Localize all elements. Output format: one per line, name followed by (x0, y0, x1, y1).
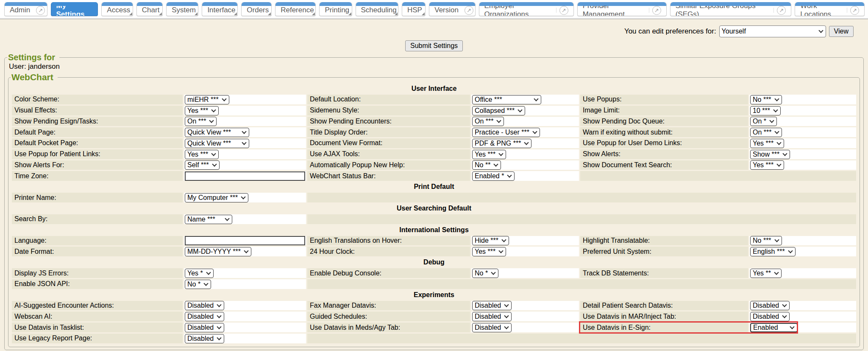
setting-select-document-view-format[interactable]: PDF & PNG *** (472, 139, 531, 148)
setting-select-show-document-text-search[interactable]: Yes *** (750, 160, 784, 170)
setting-select-image-limit[interactable]: 10 *** (750, 106, 781, 115)
setting-select-use-datavis-in-mar-inject-tab[interactable]: Disabled (750, 312, 790, 321)
setting-input-time-zone[interactable] (185, 171, 305, 181)
preferences-user-select[interactable]: Yourself (719, 25, 826, 37)
setting-select-use-datavis-in-e-sign[interactable]: Enabled (750, 323, 798, 332)
tab-reference[interactable]: Reference (275, 2, 316, 16)
tab-admin[interactable]: Admin↗ (4, 2, 47, 16)
tab-divider (556, 8, 556, 13)
tab-employer-organizations[interactable]: Employer Organizations↗ (479, 2, 574, 16)
setting-select-detail-patient-search-datavis[interactable]: Disabled (750, 301, 790, 310)
setting-select-enable-json-api[interactable]: No * (185, 280, 211, 289)
tab-access[interactable]: Access (101, 2, 133, 16)
select-value: Practice - User *** (475, 128, 529, 137)
setting-select-use-legacy-report-page[interactable]: Disabled (185, 334, 224, 343)
tab-system[interactable]: System (166, 2, 198, 16)
external-link-icon[interactable]: ↗ (36, 6, 45, 15)
setting-select-show-alerts-for[interactable]: Self *** (185, 160, 220, 170)
external-link-icon[interactable]: ↗ (465, 6, 473, 15)
setting-value-cell (184, 171, 306, 181)
preferences-label: You can edit preferences for: (624, 27, 716, 36)
select-value: Quick View *** (187, 139, 231, 148)
setting-select-use-ajax-tools[interactable]: Yes *** (472, 150, 506, 159)
tab-chart[interactable]: Chart (136, 2, 163, 16)
setting-select-sidemenu-style[interactable]: Collapsed *** (472, 106, 525, 115)
section-header: Experiments (12, 290, 856, 300)
submit-settings-button[interactable]: Submit Settings (405, 40, 463, 51)
setting-select-search-by[interactable]: Name *** (185, 215, 232, 224)
setting-select-track-db-statements[interactable]: Yes ** (750, 269, 782, 278)
setting-label: Highlight Translatable: (580, 236, 748, 246)
setting-label: Date Format: (12, 247, 183, 256)
setting-select-automatically-popup-new-help[interactable]: No ** (472, 160, 501, 170)
external-link-icon[interactable]: ↗ (850, 6, 859, 15)
dropdown-arrow-icon (504, 314, 509, 318)
tab-scheduling[interactable]: Scheduling (356, 2, 398, 16)
tab-accent-strip (429, 2, 475, 6)
tab-interface[interactable]: Interface (202, 2, 238, 16)
tab-hsp[interactable]: HSP (402, 2, 426, 16)
external-link-icon[interactable]: ↗ (777, 6, 786, 15)
setting-select-highlight-translatable[interactable]: No *** (750, 236, 782, 245)
setting-select-use-datavis-in-tasklist[interactable]: Disabled (185, 323, 224, 332)
setting-value-cell: Yes ** (749, 268, 856, 278)
setting-value-cell: Yes *** (749, 138, 856, 148)
setting-value-cell: On *** (749, 127, 856, 137)
setting-select-webscan-ai[interactable]: Disabled (185, 312, 224, 321)
setting-select-printer-name[interactable]: My Computer *** (185, 193, 248, 202)
setting-select-display-js-errors[interactable]: Yes * (185, 269, 214, 278)
setting-select-use-popup-for-patient-links[interactable]: Yes *** (185, 150, 219, 159)
setting-select-warn-if-exiting-without-submit[interactable]: On *** (750, 128, 782, 137)
setting-label: AI-Suggested Encounter Actions: (12, 301, 183, 311)
setting-label: Preferred Unit System: (580, 247, 748, 256)
setting-select-use-popups[interactable]: No *** (750, 95, 782, 104)
select-value: miEHR *** (187, 95, 219, 104)
setting-select-visual-effects[interactable]: Yes *** (185, 106, 219, 115)
setting-label: Title Display Order: (307, 127, 470, 137)
setting-select-english-translations-on-hover[interactable]: Hide *** (472, 236, 509, 245)
select-value: Disabled (475, 312, 501, 321)
setting-select-show-pending-encounters[interactable]: On *** (472, 117, 504, 126)
external-link-icon[interactable]: ↗ (652, 6, 661, 15)
setting-select-date-format[interactable]: MM-DD-YYYY *** (185, 247, 251, 256)
select-value: Disabled (475, 301, 501, 310)
setting-select-fax-manager-datavis[interactable]: Disabled (472, 301, 512, 310)
tab-similar-exposure-groups-segs[interactable]: Similar Exposure Groups (SEGs)↗ (670, 2, 792, 16)
setting-select-use-popup-for-user-demo-links[interactable]: Yes *** (750, 139, 784, 148)
tab-orders[interactable]: Orders (241, 2, 272, 16)
tab-my-settings[interactable]: My Settings (51, 2, 98, 16)
setting-select-default-pocket-page[interactable]: Quick View *** (185, 139, 249, 148)
tab-accent-strip (167, 2, 198, 6)
setting-select-preferred-unit-system[interactable]: English *** (750, 247, 796, 256)
submenu-corner-icon (129, 12, 132, 15)
setting-select-show-alerts[interactable]: Show *** (750, 150, 790, 159)
tab-version[interactable]: Version↗ (429, 2, 475, 16)
tab-accent-strip (479, 2, 573, 6)
setting-input-language[interactable] (185, 236, 305, 245)
tab-work-locations[interactable]: Work Locations↗ (795, 2, 865, 16)
dropdown-arrow-icon (206, 270, 211, 275)
setting-select-title-display-order[interactable]: Practice - User *** (472, 128, 540, 137)
setting-label: Automatically Popup New Help: (307, 160, 470, 170)
settings-for-legend: Settings for (7, 53, 59, 62)
setting-select-show-pending-esign-tasks[interactable]: On *** (185, 117, 217, 126)
setting-select-color-scheme[interactable]: miEHR *** (185, 95, 229, 104)
tab-printing[interactable]: Printing (319, 2, 352, 16)
setting-select-default-location[interactable]: Office *** (472, 95, 541, 104)
setting-value-cell: PDF & PNG *** (471, 138, 579, 148)
setting-value-cell: Enabled (749, 323, 856, 332)
external-link-icon[interactable]: ↗ (559, 6, 568, 15)
setting-select-show-pending-doc-queue[interactable]: On * (750, 117, 777, 126)
setting-select-default-page[interactable]: Quick View *** (185, 128, 249, 137)
setting-select-webchart-status-bar[interactable]: Enabled * (472, 171, 515, 181)
select-value: Yes *** (475, 247, 495, 256)
setting-select-guided-schedules[interactable]: Disabled (472, 312, 512, 321)
tab-provider-management[interactable]: Provider Management↗ (577, 2, 667, 16)
setting-select-ai-suggested-encounter-actions[interactable]: Disabled (185, 301, 224, 310)
setting-select-enable-debug-console[interactable]: No * (472, 269, 498, 278)
setting-label: Use Datavis in MAR/Inject Tab: (580, 312, 748, 321)
setting-select-use-datavis-in-meds-agy-tab[interactable]: Disabled (472, 323, 512, 332)
view-button[interactable]: View (829, 26, 854, 37)
setting-select-24-hour-clock[interactable]: Yes *** (472, 247, 506, 256)
select-value: No * (187, 280, 200, 289)
